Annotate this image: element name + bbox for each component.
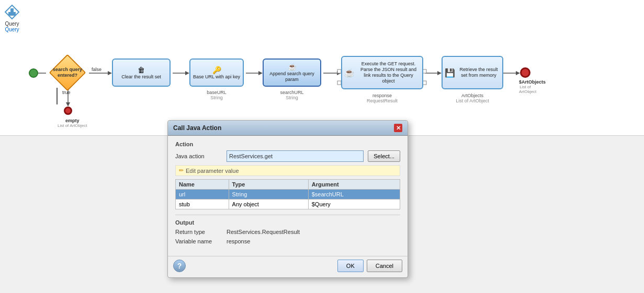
footer-left: ? xyxy=(173,260,334,272)
return-type-value: RestServices.RequestResult xyxy=(227,229,300,235)
false-label: false xyxy=(92,67,101,72)
dialog-body: Action Java action Select... ✏ Edit para… xyxy=(168,136,408,253)
retrieve-icon: 💾 xyxy=(445,68,455,78)
java-action-row: Java action Select... xyxy=(175,150,400,162)
query-sublabel: Query xyxy=(5,27,19,32)
param-cell-type: Any object xyxy=(229,200,308,209)
baseurl-label: Base URL with api key xyxy=(193,74,240,80)
return-type-row: Return type RestServices.RequestResult xyxy=(175,229,400,235)
empty-label: empty List of ArtObject xyxy=(58,118,87,128)
svg-marker-14 xyxy=(66,102,70,107)
param-cell-type: String xyxy=(229,190,308,200)
baseurl-icon: 🔑 xyxy=(212,66,221,74)
baseurl-task-box[interactable]: 🔑 Base URL with api key xyxy=(189,58,244,87)
variable-name-row: Variable name response xyxy=(175,238,400,244)
query-label: Query xyxy=(5,21,19,27)
dialog-titlebar: Call Java Action ✕ xyxy=(168,121,408,136)
section-divider xyxy=(175,215,400,215)
end-circle-empty xyxy=(64,107,72,115)
true-branch-line xyxy=(57,88,58,104)
edit-param-icon: ✏ xyxy=(179,167,184,174)
select-button[interactable]: Select... xyxy=(368,150,400,162)
variable-name-value: response xyxy=(227,238,250,244)
output-section-label: Output xyxy=(175,219,400,226)
true-label: true xyxy=(62,90,71,95)
help-icon[interactable]: ? xyxy=(173,260,186,272)
ok-button[interactable]: OK xyxy=(337,260,364,272)
execute-label: Execute the GET request. Parse the JSON … xyxy=(357,61,420,84)
append-sub: searchURL String xyxy=(263,90,321,100)
start-circle xyxy=(29,68,38,78)
svg-marker-12 xyxy=(516,71,520,75)
end-circle-main xyxy=(520,67,530,78)
svg-rect-15 xyxy=(337,69,341,73)
retrieve-label: Retrieve the result set from memory xyxy=(457,67,500,78)
param-table: Name Type Argument urlString$searchURLst… xyxy=(175,179,400,209)
param-table-row[interactable]: urlString$searchURL xyxy=(176,190,400,200)
svg-rect-17 xyxy=(423,69,426,73)
clear-label: Clear the result set xyxy=(121,74,161,80)
param-header-argument: Argument xyxy=(308,180,400,190)
append-label: Append search query param xyxy=(266,71,318,83)
action-section-label: Action xyxy=(175,141,400,147)
decision-label: search query entered? xyxy=(50,67,85,78)
svg-rect-18 xyxy=(423,81,426,85)
retrieve-sub: ArtObjects List of ArtObject xyxy=(442,93,503,103)
query-arrow-svg xyxy=(4,4,20,20)
param-table-header: Name Type Argument xyxy=(176,180,400,190)
param-table-row[interactable]: stubAny object$Query xyxy=(176,200,400,209)
param-cell-argument: $Query xyxy=(308,200,400,209)
svg-marker-10 xyxy=(437,71,442,75)
param-cell-name: stub xyxy=(176,200,229,209)
dialog-title: Call Java Action xyxy=(173,124,221,132)
execute-task-box[interactable]: ☕ Execute the GET request. Parse the JSO… xyxy=(341,56,423,89)
param-header-type: Type xyxy=(229,180,308,190)
variable-name-label: Variable name xyxy=(175,238,222,244)
decision-diamond: search query entered? xyxy=(46,56,89,89)
clear-task-box[interactable]: 🗑 Clear the result set xyxy=(112,58,171,87)
execute-icon: ☕ xyxy=(344,68,355,78)
edit-param-label: Edit parameter value xyxy=(186,168,239,174)
return-type-label: Return type xyxy=(175,229,222,235)
execute-sub: response RequestResult xyxy=(341,93,423,103)
clear-icon: 🗑 xyxy=(138,66,145,74)
java-action-label: Java action xyxy=(175,153,222,159)
retrieve-task-box[interactable]: 💾 Retrieve the result set from memory xyxy=(442,56,503,89)
artobjects-label: $ArtObjects List of ArtObject xyxy=(519,79,532,94)
call-java-action-dialog: Call Java Action ✕ Action Java action Se… xyxy=(167,120,408,278)
svg-rect-16 xyxy=(337,81,341,85)
svg-marker-4 xyxy=(185,71,189,75)
query-icon: Query Query xyxy=(4,4,20,32)
param-header-name: Name xyxy=(176,180,229,190)
svg-marker-6 xyxy=(258,71,263,75)
param-cell-name: url xyxy=(176,190,229,200)
cancel-button[interactable]: Cancel xyxy=(367,260,402,272)
dialog-footer: ? OK Cancel xyxy=(168,256,408,277)
append-task-box[interactable]: ☕ Append search query param xyxy=(263,58,321,87)
param-cell-argument: $searchURL xyxy=(308,190,400,200)
dialog-close-button[interactable]: ✕ xyxy=(394,124,402,132)
svg-marker-2 xyxy=(108,71,112,75)
edit-param-bar: ✏ Edit parameter value xyxy=(175,165,400,176)
baseurl-sub: baseURL String xyxy=(189,90,244,100)
svg-marker-8 xyxy=(337,71,341,75)
workflow-canvas: Query Query search query entered? false … xyxy=(0,0,644,136)
java-action-input[interactable] xyxy=(227,150,364,162)
append-icon: ☕ xyxy=(288,63,297,71)
